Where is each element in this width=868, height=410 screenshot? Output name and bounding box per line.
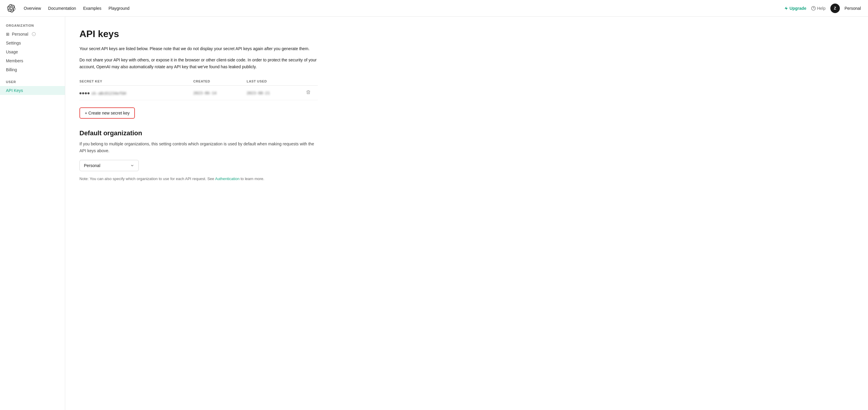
building-icon: ⊞ xyxy=(6,32,9,36)
col-secret-key: SECRET KEY xyxy=(80,80,193,83)
nav-left: Overview Documentation Examples Playgrou… xyxy=(7,4,129,12)
org-section-label: ORGANIZATION xyxy=(0,24,65,30)
avatar[interactable]: Z xyxy=(830,4,840,13)
col-last-used: LAST USED xyxy=(247,80,306,83)
trash-icon xyxy=(306,90,311,95)
main-content: API keys Your secret API keys are listed… xyxy=(65,17,332,410)
chevron-down-icon xyxy=(130,164,134,168)
api-keys-label: API Keys xyxy=(6,88,23,93)
sidebar-item-personal[interactable]: ⊞ Personal xyxy=(0,30,65,38)
delete-cell xyxy=(306,90,318,96)
info-icon xyxy=(32,32,36,36)
sidebar-item-settings[interactable]: Settings xyxy=(0,38,65,48)
settings-label: Settings xyxy=(6,41,21,46)
user-section: USER API Keys xyxy=(0,80,65,95)
created-cell: 2023-06-14 xyxy=(193,90,247,95)
default-org-desc: If you belong to multiple organizations,… xyxy=(80,141,318,154)
table-row: sk-aBcD1234efGH 2023-06-14 2023-08-21 xyxy=(80,86,318,100)
description-1: Your secret API keys are listed below. P… xyxy=(80,46,318,52)
playground-link[interactable]: Playground xyxy=(108,6,129,11)
description-2: Do not share your API key with others, o… xyxy=(80,57,318,70)
help-icon xyxy=(811,6,816,11)
org-section: ORGANIZATION ⊞ Personal Settings Usage M… xyxy=(0,24,65,74)
note-text: Note: You can also specify which organiz… xyxy=(80,176,318,182)
overview-link[interactable]: Overview xyxy=(24,6,41,11)
top-nav: Overview Documentation Examples Playgrou… xyxy=(0,0,868,17)
sidebar-item-usage[interactable]: Usage xyxy=(0,48,65,56)
lightning-icon xyxy=(784,6,788,10)
documentation-link[interactable]: Documentation xyxy=(48,6,76,11)
col-created: CREATED xyxy=(193,80,247,83)
org-dropdown-value: Personal xyxy=(84,163,100,168)
sidebar-personal-label: Personal xyxy=(12,32,28,36)
members-label: Members xyxy=(6,58,23,63)
api-keys-table: SECRET KEY CREATED LAST USED sk-aBcD1234… xyxy=(80,77,318,100)
col-actions xyxy=(306,80,318,83)
user-section-label: USER xyxy=(0,80,65,86)
nav-links: Overview Documentation Examples Playgrou… xyxy=(24,6,129,11)
sidebar: ORGANIZATION ⊞ Personal Settings Usage M… xyxy=(0,17,65,410)
page-title: API keys xyxy=(80,28,318,39)
key-prefix-dots xyxy=(80,92,90,94)
table-header: SECRET KEY CREATED LAST USED xyxy=(80,77,318,86)
authentication-link[interactable]: Authentication xyxy=(215,177,239,181)
created-date: 2023-06-14 xyxy=(193,91,216,95)
billing-label: Billing xyxy=(6,67,17,72)
user-name[interactable]: Personal xyxy=(844,6,861,11)
key-value: sk-aBcD1234efGH xyxy=(91,91,126,95)
sidebar-item-billing[interactable]: Billing xyxy=(0,65,65,74)
page-layout: ORGANIZATION ⊞ Personal Settings Usage M… xyxy=(0,17,868,410)
create-secret-key-button[interactable]: + Create new secret key xyxy=(80,108,135,119)
nav-right: Upgrade Help Z Personal xyxy=(784,4,861,13)
delete-key-button[interactable] xyxy=(306,90,311,95)
usage-label: Usage xyxy=(6,50,18,54)
last-used-cell: 2023-08-21 xyxy=(247,90,306,95)
sidebar-item-api-keys[interactable]: API Keys xyxy=(0,86,65,95)
last-used-date: 2023-08-21 xyxy=(247,91,270,95)
examples-link[interactable]: Examples xyxy=(83,6,101,11)
key-cell: sk-aBcD1234efGH xyxy=(80,90,193,95)
sidebar-item-members[interactable]: Members xyxy=(0,56,65,65)
org-dropdown[interactable]: Personal xyxy=(80,160,139,171)
help-button[interactable]: Help xyxy=(811,6,826,11)
upgrade-button[interactable]: Upgrade xyxy=(784,6,806,11)
default-org-title: Default organization xyxy=(80,129,318,137)
openai-logo-icon[interactable] xyxy=(7,4,16,12)
